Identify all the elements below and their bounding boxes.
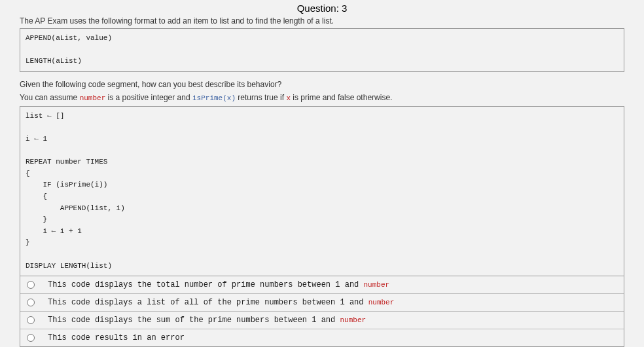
option-pre: This code displays a list of all of the … bbox=[48, 298, 368, 307]
option-4[interactable]: This code results in an error bbox=[20, 329, 624, 346]
prompt2-pre: You can assume bbox=[20, 93, 80, 102]
prompt-line-2: You can assume number is a positive inte… bbox=[20, 93, 624, 102]
prompt-line-1: Given the following code segment, how ca… bbox=[20, 80, 624, 89]
prompt2-mid2: returns true if bbox=[236, 93, 286, 102]
code-box-segment: list ← [] i ← 1 REPEAT number TIMES { IF… bbox=[20, 106, 624, 276]
option-text: This code results in an error bbox=[48, 333, 185, 342]
question-title: Question: 3 bbox=[20, 3, 624, 14]
option-text: This code displays the total number of p… bbox=[48, 280, 389, 289]
radio-icon[interactable] bbox=[27, 334, 35, 342]
option-var: number bbox=[368, 299, 395, 306]
option-text: This code displays a list of all of the … bbox=[48, 298, 394, 307]
code-box-format: APPEND(aList, value) LENGTH(aList) bbox=[20, 28, 624, 72]
radio-icon[interactable] bbox=[27, 281, 35, 289]
code-number: number bbox=[80, 94, 106, 102]
code-isprime: isPrime(x) bbox=[192, 94, 236, 102]
option-var: number bbox=[340, 316, 366, 324]
option-3[interactable]: This code displays the sum of the prime … bbox=[20, 311, 624, 329]
option-1[interactable]: This code displays the total number of p… bbox=[20, 276, 624, 293]
option-text: This code displays the sum of the prime … bbox=[48, 316, 366, 325]
option-2[interactable]: This code displays a list of all of the … bbox=[20, 293, 624, 311]
intro-text: The AP Exam uses the following format to… bbox=[20, 16, 624, 26]
radio-icon[interactable] bbox=[27, 299, 35, 306]
option-pre: This code results in an error bbox=[48, 333, 185, 342]
option-pre: This code displays the sum of the prime … bbox=[48, 316, 340, 325]
question-page: Question: 3 The AP Exam uses the followi… bbox=[0, 0, 644, 347]
radio-icon[interactable] bbox=[27, 316, 35, 324]
option-var: number bbox=[363, 281, 389, 289]
options-list: This code displays the total number of p… bbox=[20, 276, 624, 347]
option-pre: This code displays the total number of p… bbox=[48, 280, 363, 289]
code-x: x bbox=[286, 94, 291, 102]
prompt2-mid1: is a positive integer and bbox=[105, 93, 192, 102]
prompt2-end: is prime and false otherwise. bbox=[291, 93, 392, 102]
